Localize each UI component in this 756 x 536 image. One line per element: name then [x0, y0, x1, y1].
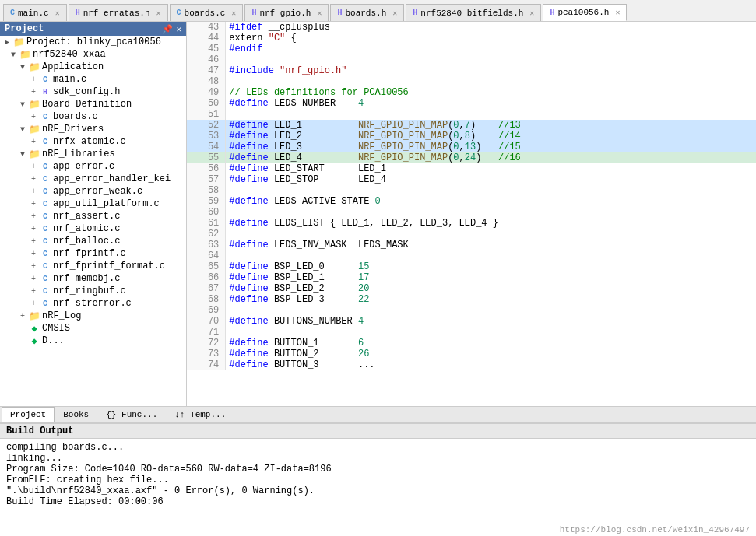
tree-item-nrf-strerror[interactable]: + C nrf_strerror.c: [0, 297, 186, 310]
tree-item-nrf52840[interactable]: ▼ 📁 nrf52840_xxaa: [0, 48, 186, 61]
tab-close-icon[interactable]: ✕: [317, 9, 322, 18]
tab-close-icon[interactable]: ✕: [156, 9, 161, 18]
tree-item-application[interactable]: ▼ 📁 Application: [0, 61, 186, 73]
tab-label: Project: [10, 410, 46, 419]
tree-item-nrf-log[interactable]: + 📁 nRF_Log: [0, 310, 186, 322]
tree-label: app_error.c: [53, 161, 114, 172]
tree-item-nrf-libraries[interactable]: ▼ 📁 nRF_Libraries: [0, 148, 186, 160]
c-file-icon: C: [39, 74, 51, 85]
code-line-55: 55 #define LED_4 NRF_GPIO_PIN_MAP(0,24) …: [187, 152, 756, 163]
expander-icon: ▼: [8, 51, 19, 59]
tree-item-app-error-handler[interactable]: + C app_error_handler_kei: [0, 173, 186, 185]
tree-item-app-error[interactable]: + C app_error.c: [0, 160, 186, 173]
expander-icon: +: [28, 75, 39, 84]
build-output-content[interactable]: compiling boards.c... linking... Program…: [0, 439, 756, 524]
c-file-icon: C: [10, 9, 15, 17]
expander-icon: +: [28, 200, 39, 208]
tab-label: nrf_gpio.h: [259, 9, 311, 18]
line-number: 54: [187, 142, 226, 152]
tree-item-nrf-atomic[interactable]: + C nrf_atomic.c: [0, 222, 186, 235]
tree-item-sdk-config[interactable]: + H sdk_config.h: [0, 86, 186, 98]
expander-icon: +: [28, 163, 39, 171]
expander-icon: ▼: [17, 150, 28, 159]
c-file-icon: C: [39, 211, 51, 222]
build-output-title: Build Output: [6, 426, 73, 436]
tree-label: nrf_strerror.c: [53, 298, 132, 309]
tab-close-icon[interactable]: ✕: [615, 8, 620, 17]
folder-icon: 📁: [19, 49, 31, 60]
tree-item-boards-c[interactable]: + C boards.c: [0, 110, 186, 123]
tree-item-project[interactable]: ▶ 📁 Project: blinky_pca10056: [0, 36, 186, 48]
line-number: 70: [187, 316, 226, 327]
code-line-69: 69: [187, 305, 756, 316]
line-number: 61: [187, 218, 226, 229]
h-file-icon: H: [76, 9, 80, 17]
tab-func[interactable]: {} Func...: [97, 407, 166, 422]
tree-item-main-c[interactable]: + C main.c: [0, 73, 186, 86]
tab-close-icon[interactable]: ✕: [55, 9, 60, 18]
line-number: 57: [187, 174, 226, 185]
line-code: [226, 305, 756, 316]
tab-books[interactable]: Books: [55, 407, 97, 422]
c-file-icon: C: [39, 111, 51, 122]
code-line-68: 68 #define BSP_LED_3 22: [187, 294, 756, 305]
tree-label: sdk_config.h: [53, 86, 120, 97]
tab-close-icon[interactable]: ✕: [392, 9, 397, 18]
folder-icon: 📁: [28, 310, 40, 321]
tree-item-nrf-drivers[interactable]: ▼ 📁 nRF_Drivers: [0, 123, 186, 135]
line-number: 53: [187, 131, 226, 142]
line-number: 62: [187, 229, 226, 240]
build-line-3: Program Size: Code=1040 RO-data=560 RW-d…: [6, 464, 750, 475]
tree-item-nrf-memobj[interactable]: + C nrf_memobj.c: [0, 272, 186, 285]
tree-item-board-definition[interactable]: ▼ 📁 Board Definition: [0, 98, 186, 110]
project-icon: 📁: [12, 37, 25, 47]
tab-nrf-gpio[interactable]: H nrf_gpio.h ✕: [244, 4, 329, 21]
code-line-58: 58: [187, 185, 756, 196]
tree-item-app-error-weak[interactable]: + C app_error_weak.c: [0, 185, 186, 198]
tab-temp[interactable]: ↓↑ Temp...: [166, 407, 234, 422]
tab-project[interactable]: Project: [2, 407, 55, 422]
tab-close-icon[interactable]: ✕: [231, 9, 236, 18]
line-number: 73: [187, 349, 226, 359]
h-file-icon: H: [413, 9, 417, 17]
line-code: #endif: [226, 44, 756, 54]
code-line-73: 73 #define BUTTON_2 26: [187, 349, 756, 359]
tree-item-nrf-assert[interactable]: + C nrf_assert.c: [0, 210, 186, 222]
tab-boards-c[interactable]: C boards.c ✕: [170, 4, 244, 21]
line-number: 46: [187, 54, 226, 65]
line-code: #define BUTTONS_NUMBER 4: [226, 316, 756, 327]
tree-item-nrf-ringbuf[interactable]: + C nrf_ringbuf.c: [0, 285, 186, 297]
tab-close-icon[interactable]: ✕: [529, 9, 534, 18]
tab-label: ↓↑ Temp...: [174, 410, 226, 419]
expander-icon: +: [28, 225, 39, 233]
tree-item-cmsis[interactable]: ◆ CMSIS: [0, 322, 186, 335]
c-file-icon: C: [39, 186, 51, 197]
code-editor[interactable]: 43 #ifdef __cplusplus 44 extern "C" { 45…: [187, 22, 756, 406]
code-line-62: 62: [187, 229, 756, 240]
tab-boards-h[interactable]: H boards.h ✕: [330, 4, 404, 21]
tree-item-nrf-fprintf-format[interactable]: + C nrf_fprintf_format.c: [0, 260, 186, 272]
line-code: [226, 54, 756, 65]
code-line-45: 45 #endif: [187, 44, 756, 54]
tab-main-c[interactable]: C main.c ✕: [3, 4, 67, 21]
code-line-65: 65 #define BSP_LED_0 15: [187, 261, 756, 272]
code-line-49: 49 // LEDs definitions for PCA10056: [187, 87, 756, 98]
code-line-57: 57 #define LED_STOP LED_4: [187, 174, 756, 185]
tab-nrf52840-bitfields[interactable]: H nrf52840_bitfields.h ✕: [406, 4, 541, 21]
code-line-63: 63 #define LEDS_INV_MASK LEDS_MASK: [187, 240, 756, 250]
line-number: 67: [187, 283, 226, 294]
line-code: #include "nrf_gpio.h": [226, 65, 756, 76]
code-line-51: 51: [187, 109, 756, 120]
h-file-icon: H: [550, 9, 554, 17]
tree-item-nrf-fprintf[interactable]: + C nrf_fprintf.c: [0, 247, 186, 260]
folder-icon: 📁: [28, 61, 40, 72]
tree-item-app-util[interactable]: + C app_util_platform.c: [0, 198, 186, 210]
close-icon[interactable]: ✕: [176, 24, 181, 34]
c-file-icon: C: [39, 286, 51, 296]
tree-item-d[interactable]: ◆ D...: [0, 335, 186, 347]
tree-item-nrf-balloc[interactable]: + C nrf_balloc.c: [0, 235, 186, 247]
tree-item-nrfx-atomic[interactable]: + C nrfx_atomic.c: [0, 135, 186, 148]
tab-pca10056[interactable]: H pca10056.h ✕: [543, 4, 627, 21]
tab-nrf-erratas[interactable]: H nrf_erratas.h ✕: [69, 4, 168, 21]
pin-icon[interactable]: 📌: [162, 24, 173, 34]
